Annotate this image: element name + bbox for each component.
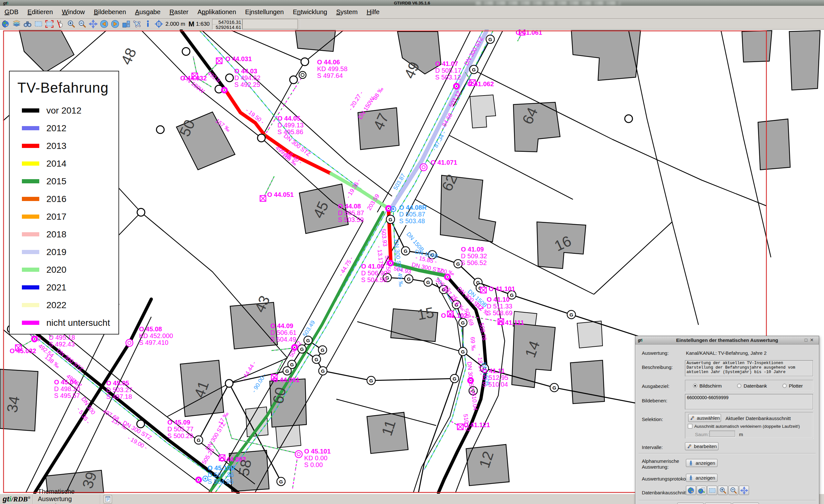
toolbar-icons (0, 19, 164, 29)
protokoll-label: Auswertungsprotokoll: (642, 476, 690, 482)
redacted-title-text (476, 1, 621, 5)
node-label: O 41.07D 505.17S 503.12 (435, 60, 461, 81)
coordinate-x: 547016.31 (212, 19, 242, 24)
menu-item-einstellungen[interactable]: Einstellungen (241, 6, 288, 18)
manhole-node[interactable] (137, 209, 145, 216)
toolbar-separator (299, 19, 299, 29)
dialog-close-icon[interactable]: ✕ (810, 338, 816, 343)
legend-swatch (22, 268, 39, 272)
manhole-node[interactable] (137, 420, 144, 428)
select-rect-icon[interactable] (33, 19, 43, 29)
ausschnitt-checkbox-label: Ausschnitt automatisch verkleinern (dopp… (694, 424, 800, 429)
legend-label: 2019 (46, 247, 66, 257)
node-label: O 44.05D 499.13S 495.86 (278, 115, 304, 135)
beenden-button[interactable]: Beenden (705, 503, 731, 504)
scale-value[interactable]: 1:630 (196, 21, 210, 27)
legend-swatch (22, 321, 39, 325)
protokoll-anzeigen-button[interactable]: anzeigen (686, 474, 717, 482)
status-text: Thematische Auswertung verwalten (33, 488, 100, 504)
gas-node-label: G (407, 276, 411, 282)
menu-item-raster[interactable]: Raster (165, 6, 193, 18)
title-bar[interactable]: gti GTI/RDB V6.35.1.6 (0, 0, 824, 6)
radio-datenbank[interactable]: Datenbank (737, 383, 767, 389)
node-label: O 41.071 (431, 159, 457, 166)
menu-item-entwicklung[interactable]: Entwicklung (288, 6, 332, 18)
db-zoom-out-icon[interactable] (728, 486, 738, 495)
selektion-label: Selektion: (642, 416, 663, 422)
gas-node-label: G (510, 292, 514, 298)
toolbar: 2.000 m M 1:630 547016.31 5292614.61 (0, 19, 824, 30)
node-label: O 44.03D 494.62S 492.25 (234, 68, 261, 88)
legend-entry: 2015 (22, 172, 118, 190)
polyline-network-icon[interactable] (132, 19, 142, 29)
coordinate-display[interactable]: 547016.31 5292614.61 (212, 19, 242, 29)
alpha-anzeigen-button[interactable]: anzeigen (686, 459, 717, 467)
map-viewport[interactable]: GGGGGGGGGGGGGGGGGGGGGGGGGGGGGGGDN 300 ST… (0, 30, 824, 494)
menu-item-system[interactable]: System (331, 6, 362, 18)
legend-entry: 2021 (22, 278, 118, 296)
db-globe-icon[interactable] (686, 486, 696, 495)
ausschnitt-checkbox[interactable] (688, 424, 692, 428)
menu-item-bildebenen[interactable]: Bildebenen (89, 6, 130, 18)
protocol-doc-icon[interactable] (104, 495, 112, 503)
show-icon (688, 460, 694, 466)
info-icon[interactable] (142, 19, 153, 29)
binoculars-icon[interactable] (22, 19, 32, 29)
menu-item-hilfe[interactable]: Hilfe (362, 6, 384, 18)
menu-item-ausgabe[interactable]: Ausgabe (131, 6, 165, 18)
auswertung-label: Auswertung: (642, 350, 668, 356)
toolbar-empty-field[interactable] (242, 19, 298, 29)
db-globe-refresh-icon[interactable] (697, 486, 707, 495)
window-title: GTI/RDB V6.35.1.6 (0, 1, 824, 5)
zoom-in-icon[interactable] (66, 19, 76, 29)
hilfe-button[interactable]: Hilfe (733, 503, 759, 504)
select-rect-red-icon[interactable] (44, 19, 55, 29)
pan-icon[interactable] (88, 19, 98, 29)
manhole-node[interactable] (226, 74, 233, 82)
manhole-node[interactable] (625, 115, 632, 123)
menu-item-editieren[interactable]: Editieren (23, 6, 57, 18)
bearbeiten-button[interactable]: bearbeiten (685, 442, 718, 450)
auswaehlen-button[interactable]: auswählen (688, 414, 721, 422)
pointer-hand-icon[interactable] (55, 19, 65, 29)
starten-button[interactable]: Starten (677, 503, 704, 504)
db-select-rect-icon[interactable] (707, 486, 717, 495)
gas-node-label: G (369, 378, 373, 383)
db-zoom-in-icon[interactable] (718, 486, 728, 495)
zoom-out-icon[interactable] (77, 19, 87, 29)
gas-node-label: G (452, 376, 456, 381)
legend-title: TV-Befahrung (17, 80, 118, 96)
beschreibung-textarea[interactable]: Auswertung der aktuellen TV-Inspektionen… (685, 360, 813, 376)
node-label: O 41.11D 512.95S 510.04 (482, 367, 508, 388)
globe-icon[interactable] (0, 19, 11, 29)
layers-icon[interactable] (11, 19, 21, 29)
legend-entries: vor 201220122013201420152016201720182019… (10, 102, 118, 332)
legend-swatch (22, 126, 39, 130)
manhole-node[interactable] (301, 58, 309, 66)
menu-item-window[interactable]: Window (57, 6, 89, 18)
tiles-icon[interactable] (121, 19, 131, 29)
menu-item-applikationen[interactable]: Applikationen (193, 6, 240, 18)
manhole-node[interactable] (258, 134, 265, 142)
saum-input[interactable] (709, 431, 735, 437)
dialog-minimize-icon[interactable]: □ (805, 338, 810, 343)
legend-entry: 2020 (22, 261, 118, 278)
nav-forward-icon[interactable] (110, 19, 120, 29)
nav-back-icon[interactable] (99, 19, 109, 29)
radio-bildschirm[interactable]: Bildschirm (693, 383, 722, 389)
legend-entry: 2022 (22, 296, 118, 314)
radio-plotter[interactable]: Plotter (783, 383, 803, 389)
legend-label: 2013 (46, 141, 66, 151)
manhole-node[interactable] (290, 76, 297, 84)
target-icon[interactable] (153, 19, 164, 29)
menu-item-gdb[interactable]: GDB (0, 6, 23, 18)
manhole-node[interactable] (157, 126, 164, 133)
gas-node-label: G (321, 368, 325, 374)
db-pan-icon[interactable] (739, 486, 749, 495)
bildebenen-textarea[interactable]: 66000000-66059999 (685, 394, 813, 409)
dialog-title-bar[interactable]: gti Einstellungen der thematischen Auswe… (635, 336, 819, 345)
manhole-node[interactable] (225, 380, 233, 387)
node-label: O 41.101 (489, 285, 515, 292)
manhole-node[interactable] (182, 47, 190, 55)
parcel-number: 60 (270, 386, 289, 405)
